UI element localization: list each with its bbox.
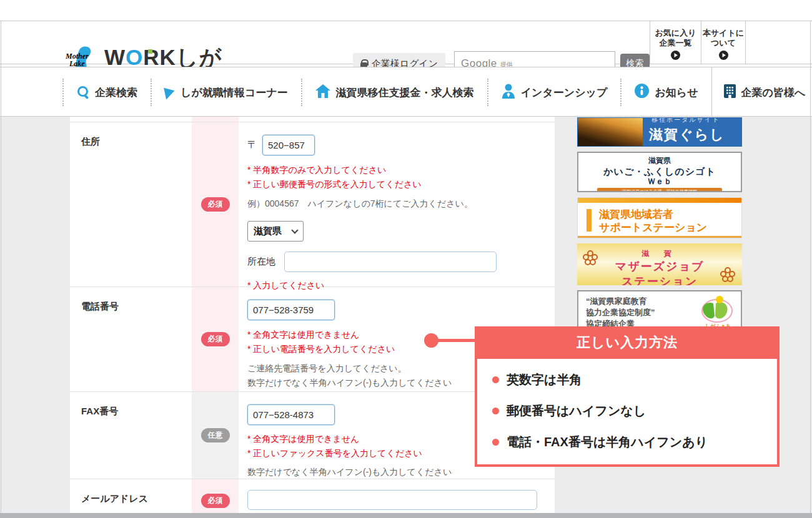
fax-hint: 数字だけでなく半角ハイフン(-)も入力してください [247,465,555,479]
popup-bullet: 郵便番号はハイフンなし [492,403,771,419]
banner-wakamono-support-station[interactable]: 滋賀県地域若者 サポートステーション [577,197,742,238]
nav-item-company-search[interactable]: 企業検索 [62,79,151,106]
callout-line [432,339,476,342]
banner-kaigo-fukushi-web[interactable]: 滋賀県 かいご・ふくしのシゴト Ｗｅｂ 滋賀で見つける介護・福祉の仕事情報 [577,152,742,192]
phone-label: 電話番号 [70,287,192,391]
nav-item-shiga-employment[interactable]: しが就職情報コーナー [151,79,301,106]
shigafami-logo-icon [695,295,735,325]
city-label: 所在地 [247,256,275,268]
address-label: 住所 [70,122,192,286]
postal-error: * 半角数字のみで入力してください [247,163,555,177]
search-icon [77,86,89,99]
lake-badge-line2: Lake [69,59,85,68]
prefecture-select[interactable]: 滋賀県 [247,221,304,242]
banner-ribbon: 滋賀で見つける介護・福祉の仕事情報 [597,188,722,192]
play-circle-icon [719,51,728,62]
building-icon [724,84,736,101]
optional-badge: 任意 [201,428,230,442]
page-border [1,21,1,513]
favorites-companies-link[interactable]: お気に入り 企業一覧 [650,21,701,64]
page-border [810,21,811,513]
flower-icon [720,266,736,283]
phone-input[interactable] [247,300,335,320]
bullet-icon [492,408,499,414]
banner-top-text: 移住ポータルサイト [651,117,720,124]
city-input[interactable] [284,252,497,272]
banner-mothers-job-station[interactable]: 滋 賀 マザーズジョブ ステーション [577,243,742,285]
nav-item-for-companies[interactable]: 企業の皆様へ [711,67,812,117]
banner-photo [578,118,643,146]
banner-shiga-gurashi[interactable]: 移住ポータルサイト 滋賀ぐらし [577,117,742,147]
home-icon [315,84,330,101]
nav-item-news[interactable]: お知らせ [620,79,711,106]
form-row-address: 住所 必須 〒 * 半角数字のみで入力してください * 正しい郵便番号の形式を入… [70,122,555,286]
site-title: WORKしが [104,46,227,69]
bullet-icon [492,439,499,446]
required-badge: 必須 [201,332,230,346]
nav-item-internship[interactable]: インターンシップ [487,79,621,106]
input-help-popup: 正しい入力方法 英数字は半角 郵便番号はハイフンなし 電話・FAX番号は半角ハイ… [475,326,780,467]
flower-icon [582,250,598,266]
required-badge: 必須 [201,494,230,508]
form-row-email: メールアドレス 必須 [70,479,555,513]
arrow-icon [164,86,176,99]
popup-bullet: 英数字は半角 [492,371,771,388]
bullet-icon [492,376,499,383]
popup-title: 正しい入力方法 [475,326,780,359]
divider [745,21,746,64]
fax-input[interactable] [247,404,335,425]
fax-label: FAX番号 [70,392,192,479]
postal-hint: 例）0004567 ハイフンなしの7桁にてご入力ください。 [247,197,555,211]
info-icon [635,84,649,101]
popup-bullet: 電話・FAX番号は半角ハイフンあり [492,434,771,451]
bottom-border [0,513,812,518]
play-circle-icon [671,51,680,62]
about-site-link[interactable]: 本サイトに ついて [701,21,745,64]
postal-mark: 〒 [247,139,257,152]
page: Mother Lake WORKしが 滋賀県が運営する企業情報サイト 企業様ログ… [0,0,812,518]
chevron-down-icon [291,227,298,233]
email-label: メールアドレス [70,479,192,513]
person-icon [502,84,515,102]
email-input[interactable] [247,490,537,510]
postal-code-input[interactable] [262,135,315,155]
banner-title: 滋賀ぐらし [649,125,725,144]
nav-item-relocation-support[interactable]: 滋賀県移住支援金・求人検索 [301,79,487,106]
required-badge: 必須 [201,197,230,212]
postal-error: * 正しい郵便番号の形式を入力してください [247,177,555,192]
main-nav: 企業検索 しが就職情報コーナー 滋賀県移住支援金・求人検索 インターンシップ [0,67,812,117]
